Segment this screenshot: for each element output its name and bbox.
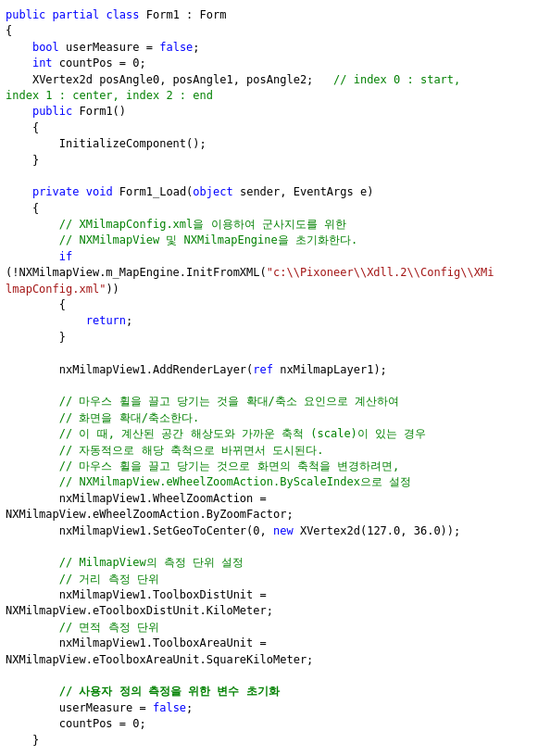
code-content: public partial class Form1 : Form { bool…: [6, 7, 532, 756]
code-editor: public partial class Form1 : Form { bool…: [0, 0, 538, 756]
